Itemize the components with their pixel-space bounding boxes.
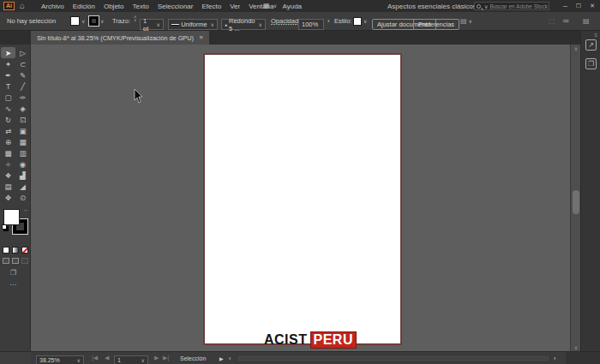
shape-builder-tool[interactable]: ⊕ [1, 136, 15, 147]
vertical-scrollbar[interactable]: ∧ ∨ [570, 45, 580, 351]
zoom-tool[interactable]: ⊙ [15, 192, 30, 203]
horizontal-scrollbar[interactable] [237, 355, 550, 362]
artboard[interactable] [203, 53, 402, 345]
selection-tool[interactable]: ➤ [1, 47, 15, 58]
artboard-navigation-select[interactable]: 1 ∨ [114, 355, 148, 364]
pen-tool[interactable]: ✒ [1, 69, 15, 81]
menu-ayuda[interactable]: Ayuda [283, 3, 303, 10]
next-artboard-icon[interactable]: ▶ [154, 352, 159, 364]
menu-objeto[interactable]: Objeto [104, 3, 124, 10]
paintbrush-tool[interactable]: ✑ [15, 92, 30, 103]
maximize-button[interactable]: ☐ [576, 3, 581, 9]
mouse-cursor [134, 89, 144, 104]
arrange-panel-icon[interactable]: ≔ [562, 12, 569, 30]
panel-list-icon[interactable]: ▤ [583, 12, 590, 30]
symbol-sprayer-tool[interactable]: ❖ [1, 170, 15, 181]
direct-selection-tool[interactable]: ▷ [15, 47, 30, 58]
fill-color-control[interactable]: ∨ [70, 12, 85, 30]
color-mode-row [3, 247, 28, 254]
scale-tool[interactable]: ⊡ [15, 114, 30, 125]
shaper-tool[interactable]: ∿ [1, 103, 15, 114]
blend-tool[interactable]: ◉ [15, 158, 30, 170]
zoom-level-select[interactable]: 38.25% ∨ [36, 355, 84, 364]
hscroll-left-icon[interactable]: ‹ [229, 352, 231, 364]
default-fill-stroke-icon[interactable] [2, 224, 7, 230]
menu-ver[interactable]: Ver [230, 3, 240, 10]
fill-indicator[interactable] [3, 209, 20, 225]
perspective-grid-tool[interactable]: ▦ [15, 136, 30, 147]
draw-inside-icon[interactable] [21, 258, 28, 264]
zoom-level-value: 38.25% [39, 357, 60, 363]
export-panel-icon[interactable]: ↗ [585, 39, 597, 51]
menu-efecto[interactable]: Efecto [201, 3, 221, 10]
hand-tool[interactable]: ✥ [1, 192, 15, 203]
close-button[interactable]: ✕ [590, 3, 595, 9]
opacity-flyout-icon[interactable]: › [327, 12, 330, 30]
opacity-field[interactable]: 100% [298, 19, 324, 30]
chevron-down-icon: ∨ [100, 18, 104, 24]
width-profile-select[interactable]: Uniforme ∨ [168, 19, 218, 30]
stroke-swatch[interactable] [89, 16, 99, 26]
free-transform-tool[interactable]: ▣ [15, 125, 30, 136]
vertical-scrollbar-thumb[interactable] [573, 190, 579, 214]
artboards-panel-icon[interactable]: ❐ [585, 58, 597, 69]
curvature-tool[interactable]: ✎ [15, 69, 30, 81]
graphic-style-control[interactable]: ∨ [353, 12, 367, 30]
lasso-tool[interactable]: ⊂ [15, 58, 30, 69]
minimize-button[interactable]: ─ [563, 3, 567, 9]
first-artboard-icon[interactable]: |◀ [92, 352, 98, 364]
stroke-weight-select[interactable]: 1 pt ∨ [140, 19, 164, 30]
last-artboard-icon[interactable]: ▶| [163, 352, 169, 364]
slice-tool[interactable]: ◢ [15, 181, 30, 192]
expand-panels-icon[interactable]: ≡ [594, 33, 597, 38]
close-tab-icon[interactable]: ✕ [199, 34, 203, 41]
width-tool[interactable]: ⇄ [1, 125, 15, 136]
eraser-tool[interactable]: ◈ [15, 103, 30, 114]
draw-behind-icon[interactable] [12, 258, 19, 264]
chevron-down-icon: ∨ [469, 18, 472, 24]
artboard-tool[interactable]: ▤ [1, 181, 15, 192]
menu-texto[interactable]: Texto [133, 3, 149, 10]
preferences-button[interactable]: Preferencias [413, 19, 459, 30]
opacity-label[interactable]: Opacidad: [271, 12, 300, 30]
isolate-options-control[interactable]: ▤ ∨ [460, 12, 472, 30]
swap-fill-stroke-icon[interactable]: ↔ [23, 207, 28, 212]
line-segment-tool[interactable]: ╱ [15, 81, 30, 92]
stock-search[interactable]: ∨ [474, 2, 549, 10]
chevron-down-icon: ∨ [273, 3, 277, 9]
transform-panel-icon[interactable]: ⬚ [549, 12, 555, 30]
previous-artboard-icon[interactable]: ◀ [105, 352, 109, 364]
gradient-tool[interactable]: ▥ [15, 147, 30, 158]
status-menu-icon[interactable]: ▶ [219, 352, 224, 364]
none-button[interactable] [21, 247, 28, 254]
screen-mode-icon[interactable]: ❐ [10, 269, 16, 277]
color-button[interactable] [3, 247, 9, 254]
document-tab[interactable]: Sin título-8* al 38.25% (CMYK/Previsuali… [31, 31, 209, 45]
gradient-button[interactable] [12, 247, 19, 254]
stepper-down-icon[interactable]: ∨ [134, 19, 136, 22]
search-input[interactable] [489, 3, 549, 9]
chevron-down-icon: ∨ [77, 357, 81, 363]
fill-swatch[interactable] [70, 16, 80, 26]
menu-archivo[interactable]: Archivo [41, 3, 64, 10]
magic-wand-tool[interactable]: ✦ [1, 58, 15, 69]
draw-normal-icon[interactable] [3, 258, 9, 264]
brush-select[interactable]: ● Redondo 5 ... ∨ [221, 19, 266, 30]
graph-tool[interactable]: ▟ [15, 170, 30, 181]
hscroll-right-icon[interactable]: › [554, 352, 555, 364]
rotate-tool[interactable]: ↻ [1, 114, 15, 125]
watermark-acist: ACIST [264, 332, 308, 348]
stroke-color-control[interactable]: ∨ [89, 12, 104, 30]
menu-seleccionar[interactable]: Seleccionar [158, 3, 194, 10]
rectangle-tool[interactable]: ▢ [1, 92, 15, 103]
menu-edicion[interactable]: Edición [73, 3, 95, 10]
edit-toolbar-icon[interactable]: ⋯ [9, 281, 16, 289]
document-arrange-icon[interactable]: ▦ ∨ [263, 2, 277, 9]
mesh-tool[interactable]: ▩ [1, 147, 15, 158]
eyedropper-tool[interactable]: ✧ [1, 158, 15, 170]
home-icon[interactable]: ⌂ [20, 1, 25, 10]
type-tool[interactable]: T [1, 81, 15, 92]
workspace-switcher[interactable]: Aspectos esenciales clásicos ∨ [387, 0, 485, 12]
illustrator-logo-icon[interactable]: Ai [3, 2, 15, 10]
style-swatch[interactable] [353, 17, 362, 26]
